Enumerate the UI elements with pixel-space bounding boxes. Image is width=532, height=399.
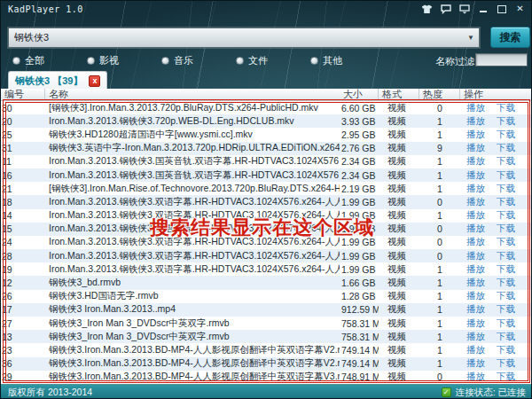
play-link[interactable]: 播放 [466, 331, 485, 343]
download-link[interactable]: 下载 [497, 250, 515, 262]
download-link[interactable]: 下载 [497, 236, 515, 248]
header-action[interactable]: 操作 [460, 89, 532, 100]
table-row[interactable]: 24Iron.Man.3.2013.钢铁侠3.双语字幕.HR-HDTVAC3.1… [1, 236, 532, 249]
play-link[interactable]: 播放 [466, 290, 485, 302]
play-link[interactable]: 播放 [466, 344, 485, 356]
play-link[interactable]: 播放 [466, 129, 485, 141]
download-link[interactable]: 下载 [497, 263, 515, 276]
table-row[interactable]: 27钢铁侠3_Iron Man 3_DVDscr中英双字.rmvb758.31 … [1, 317, 532, 330]
play-link[interactable]: 播放 [466, 357, 485, 370]
table-row[interactable]: 21[钢铁侠3].Iron.Man.Rise.of.Technovore.201… [1, 182, 532, 195]
search-button[interactable]: 搜索 [490, 27, 530, 48]
play-link[interactable]: 播放 [466, 196, 485, 208]
app-title: KadPlayer 1.0 [8, 4, 83, 14]
play-link[interactable]: 播放 [466, 223, 485, 235]
download-link[interactable]: 下载 [497, 277, 515, 289]
cell-size: 1.99 GB [340, 209, 379, 223]
radio-category-5[interactable]: 其他 [310, 54, 342, 67]
download-link[interactable]: 下载 [497, 331, 515, 343]
table-row[interactable]: 16Iron.Man.3.2013.钢铁侠3.国英音轨.双语字幕.HR-HDTV… [1, 168, 532, 182]
menu-icon[interactable] [458, 4, 470, 14]
header-size[interactable]: 大小▼ [340, 89, 379, 100]
header-name[interactable]: 名称 [45, 89, 340, 100]
download-link[interactable]: 下载 [497, 317, 515, 330]
play-link[interactable]: 播放 [466, 209, 485, 222]
download-link[interactable]: 下载 [497, 155, 515, 168]
play-link[interactable]: 播放 [466, 236, 485, 248]
radio-category-3[interactable]: 音乐 [161, 54, 193, 67]
skin-icon[interactable] [421, 4, 433, 14]
feedback-icon[interactable] [440, 4, 451, 14]
table-row[interactable]: 19Iron.Man.3.2013.钢铁侠3.双语字幕.HR-HDTVAC3.1… [1, 262, 532, 276]
table-row[interactable]: 11Iron.Man.3.2013.钢铁侠3.国英音轨.双语字幕.HR-HDTV… [1, 155, 532, 168]
table-row[interactable]: 25钢铁侠3.HD1280超清国语中字[www.ysmi.cc].mkv2.95… [1, 128, 532, 141]
download-link[interactable]: 下载 [497, 344, 515, 356]
header-format[interactable]: 格式 [379, 89, 419, 100]
cell-format: 视频 [379, 209, 419, 223]
table-row[interactable]: 29钢铁侠3.Iron.Man.3.2013.BD-MP4-人人影视原创翻译中英… [1, 371, 532, 384]
table-row[interactable]: 13钢铁侠3_Iron Man 3_DVDscr中英双字.rmvb758.31 … [1, 330, 532, 343]
cell-heat: 1 [419, 343, 460, 356]
cell-format: 视频 [379, 195, 419, 208]
download-link[interactable]: 下载 [497, 290, 515, 302]
play-link[interactable]: 播放 [466, 317, 485, 330]
download-link[interactable]: 下载 [497, 209, 515, 222]
radio-category-2[interactable]: 影视 [87, 54, 119, 67]
maximize-button[interactable] [496, 4, 507, 14]
play-link[interactable]: 播放 [466, 183, 485, 195]
download-link[interactable]: 下载 [497, 129, 515, 141]
download-link[interactable]: 下载 [497, 303, 515, 316]
close-button[interactable]: ✕ [514, 4, 526, 14]
table-row[interactable]: 30[钢铁侠3].Iron.Man.3.2013.720p.BluRay.DTS… [1, 101, 532, 114]
play-link[interactable]: 播放 [466, 250, 485, 262]
play-link[interactable]: 播放 [466, 277, 485, 289]
radio-label: 音乐 [174, 54, 193, 67]
play-link[interactable]: 播放 [466, 115, 485, 128]
download-link[interactable]: 下载 [497, 169, 515, 182]
cell-action: 播放下载 [460, 236, 532, 249]
chevron-down-icon[interactable]: ▼ [463, 34, 479, 42]
play-link[interactable]: 播放 [466, 155, 485, 168]
cell-id: 31 [1, 142, 45, 155]
play-link[interactable]: 播放 [466, 142, 485, 154]
table-row[interactable]: 26钢铁侠3.HD国语无字.rmvb1.28 GB视频1播放下载 [1, 290, 532, 303]
table-row[interactable]: 31钢铁侠3.英语中字-Iron.Man.3.2013.720p.HDRip.U… [1, 142, 532, 155]
play-link[interactable]: 播放 [466, 303, 485, 316]
table-row[interactable]: 36钢铁侠3.Iron.Man.3.2013.BD-MP4-人人影视原创翻译中英… [1, 357, 532, 371]
download-link[interactable]: 下载 [497, 115, 515, 128]
table-row[interactable]: 23钢铁侠3.Iron.Man.3.2013.BD-MP4-人人影视原创翻译中英… [1, 343, 532, 356]
table-row[interactable]: 12钢铁侠3_bd.rmvb1.66 GB视频1播放下载 [1, 276, 532, 289]
radio-dot-icon [12, 57, 20, 65]
radio-category-1[interactable]: 全部 [12, 54, 44, 67]
download-link[interactable]: 下载 [497, 371, 515, 383]
cell-heat: 1 [419, 330, 460, 343]
search-input[interactable]: 钢铁侠3 ▼ [8, 27, 480, 48]
download-link[interactable]: 下载 [497, 223, 515, 235]
radio-category-4[interactable]: 文件 [236, 54, 268, 67]
name-filter-input[interactable] [475, 53, 528, 66]
tab-search-result[interactable]: 钢铁侠3 【39】 x [8, 71, 107, 90]
table-row[interactable]: 20Iron.Man.3.2013.钢铁侠3.720p.WEB-DL.Eng.H… [1, 114, 532, 128]
play-link[interactable]: 播放 [466, 169, 485, 182]
cell-heat: 1 [419, 155, 460, 168]
minimize-button[interactable] [477, 4, 489, 14]
download-link[interactable]: 下载 [497, 196, 515, 208]
cell-heat: 0 [419, 236, 460, 249]
table-row[interactable]: 18Iron.Man.3.2013.钢铁侠3.双语字幕.HR-HDTVAC3.1… [1, 195, 532, 208]
play-link[interactable]: 播放 [466, 102, 485, 114]
table-row[interactable]: 17钢铁侠3 Iron.Man.3.2013..mp4912.59 MB视频1播… [1, 303, 532, 317]
table-row[interactable]: 14Iron.Man.3.2013.钢铁侠3.双语字幕.HR-HDTVAC3.1… [1, 209, 532, 223]
download-link[interactable]: 下载 [497, 142, 515, 154]
tab-close-icon[interactable]: x [89, 75, 100, 87]
header-heat[interactable]: 热度 [419, 89, 460, 100]
table-row[interactable]: 28Iron.Man.3.2013.钢铁侠3.双语字幕.HR-HDTVAC3.1… [1, 249, 532, 262]
download-link[interactable]: 下载 [497, 357, 515, 370]
download-link[interactable]: 下载 [497, 183, 515, 195]
cell-size: 1.28 GB [340, 290, 379, 303]
radio-dot-icon [310, 57, 318, 65]
header-id[interactable]: 编号 [1, 89, 45, 100]
play-link[interactable]: 播放 [466, 371, 485, 383]
play-link[interactable]: 播放 [466, 263, 485, 276]
download-link[interactable]: 下载 [497, 102, 515, 114]
table-row[interactable]: 15Iron.Man.3.2013.钢铁侠3.双语字幕.HR-HDTVAC3.1… [1, 223, 532, 236]
